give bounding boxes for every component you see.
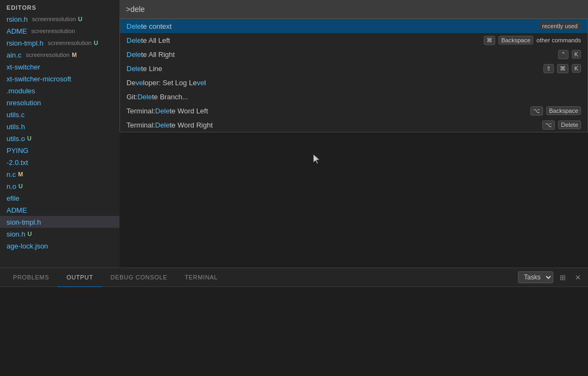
sidebar-item-9[interactable]: utils.h [0, 120, 119, 132]
panel-tab-problems[interactable]: PROBLEMS [4, 268, 58, 287]
sidebar-item-secondary-0: screenresolution [32, 16, 76, 22]
cmd-text-4: De [127, 79, 136, 87]
panel-filter-button[interactable]: ⊞ [557, 271, 568, 283]
cmd-suffix-6: te Word Left [170, 107, 208, 115]
kbd-3-0: ⇧ [543, 64, 554, 73]
command-item-7[interactable]: Terminal: Delete Word Right⌥Delete [120, 118, 587, 132]
command-item-left-4: Developer: Set Log Level [127, 79, 206, 87]
kbd-2-0: ⌃ [558, 50, 568, 59]
sidebar-item-3[interactable]: ain.c screenresolution M [0, 49, 119, 61]
sidebar-item-badge-18: U [28, 231, 32, 237]
sidebar-item-18[interactable]: sion.h U [0, 228, 119, 240]
recently-used-badge-0: recently used [539, 22, 581, 30]
sidebar-item-4[interactable]: xt-switcher [0, 61, 119, 73]
cmd-highlight-4: ve [136, 79, 143, 87]
kbd-3-1: ⌘ [557, 64, 568, 73]
sidebar-item-name-16: ADME [7, 206, 27, 214]
sidebar-item-name-2: rsion-tmpl.h [7, 39, 43, 47]
command-list: Delete contextrecently usedDelete All Le… [119, 19, 588, 132]
tasks-select[interactable]: Tasks [518, 271, 553, 283]
cmd-suffix-0: te context [141, 22, 172, 30]
sidebar-item-name-19: age-lock.json [7, 242, 48, 250]
sidebar-item-12[interactable]: -2.0.txt [0, 156, 119, 168]
sidebar-item-5[interactable]: xt-switcher-microsoft [0, 73, 119, 85]
sidebar-item-name-3: ain.c [7, 51, 21, 59]
command-item-right-6: ⌥Backspace [530, 106, 581, 116]
command-item-left-0: Delete context [127, 22, 172, 30]
cursor [312, 153, 321, 167]
cmd-highlight-3: Dele [127, 65, 141, 73]
sidebar-item-16[interactable]: ADME [0, 204, 119, 216]
panel-tabs: PROBLEMSOUTPUTDEBUG CONSOLETERMINAL Task… [0, 268, 588, 287]
kbd-1-1: Backspace [498, 36, 533, 44]
command-item-right-3: ⇧⌘K [543, 64, 581, 73]
sidebar-item-0[interactable]: rsion.h screenresolution U [0, 13, 119, 25]
command-item-left-7: Terminal: Delete Word Right [127, 121, 213, 129]
panel-close-button[interactable]: ✕ [572, 271, 584, 283]
sidebar-item-name-18: sion.h [7, 230, 26, 238]
sidebar-item-8[interactable]: utils.c [0, 109, 119, 120]
kbd-3-2: K [572, 64, 581, 73]
sidebar-item-secondary-3: screenresolution [26, 52, 69, 58]
sidebar-item-secondary-2: screenresolution [48, 40, 92, 46]
sidebar-item-name-13: n.c [7, 170, 16, 179]
panel-tabs-right: Tasks ⊞ ✕ [518, 271, 584, 283]
cmd-suffix-1: te All Left [141, 36, 170, 44]
sidebar-item-14[interactable]: n.o U [0, 180, 119, 192]
sidebar-item-1[interactable]: ADME screenresolution [0, 25, 119, 37]
sidebar-item-badge-0: U [78, 16, 83, 22]
command-item-3[interactable]: Delete Line⇧⌘K [120, 61, 587, 75]
sidebar-item-17[interactable]: sion-tmpl.h [0, 216, 119, 228]
panel-filter-icon: ⊞ [560, 273, 566, 282]
kbd-7-0: ⌥ [542, 120, 555, 130]
kbd-6-1: Backspace [546, 106, 581, 115]
sidebar-item-10[interactable]: utils.o U [0, 132, 119, 144]
command-item-4[interactable]: Developer: Set Log Level [120, 75, 587, 90]
sidebar-item-badge-13: M [18, 171, 23, 177]
sidebar-item-13[interactable]: n.c M [0, 168, 119, 180]
bottom-panel: PROBLEMSOUTPUTDEBUG CONSOLETERMINAL Task… [0, 267, 588, 376]
sidebar-item-name-5: xt-switcher-microsoft [7, 75, 71, 83]
command-item-right-1: ⌘Backspaceother commands [484, 36, 581, 45]
cmd-highlight-5: Dele [137, 93, 152, 101]
command-item-6[interactable]: Terminal: Delete Word Left⌥Backspace [120, 104, 587, 118]
sidebar-item-secondary-1: screenresolution [31, 28, 75, 34]
command-item-2[interactable]: Delete All Right⌃K [120, 47, 587, 61]
cmd-highlight-0: Dele [127, 22, 141, 30]
command-item-right-0: recently used [539, 22, 581, 30]
command-item-0[interactable]: Delete contextrecently used [120, 19, 587, 33]
command-item-5[interactable]: Git: Delete Branch... [120, 90, 587, 104]
cmd-highlight-2: Dele [127, 50, 141, 59]
kbd-7-1: Delete [558, 120, 581, 129]
command-item-left-3: Delete Line [127, 65, 162, 73]
sidebar-item-name-12: -2.0.txt [7, 158, 28, 167]
command-item-right-7: ⌥Delete [542, 120, 581, 130]
sidebar-item-15[interactable]: efile [0, 192, 119, 204]
command-item-left-2: Delete All Right [127, 50, 175, 59]
sidebar-item-name-14: n.o [7, 182, 16, 190]
sidebar-item-7[interactable]: nresolution [0, 97, 119, 109]
panel-tab-terminal[interactable]: TERMINAL [176, 268, 226, 287]
sidebar-item-19[interactable]: age-lock.json [0, 240, 119, 252]
cmd-suffix-3: te Line [141, 65, 162, 73]
panel-tabs-left: PROBLEMSOUTPUTDEBUG CONSOLETERMINAL [4, 268, 226, 287]
panel-tab-output[interactable]: OUTPUT [58, 268, 102, 287]
sidebar-item-badge-2: U [94, 40, 98, 46]
cmd-suffix-7: te Word Right [170, 121, 213, 129]
kbd-6-0: ⌥ [530, 106, 543, 116]
sidebar-item-11[interactable]: PYING [0, 144, 119, 156]
sidebar-item-name-10: utils.o [7, 135, 25, 143]
sidebar-item-name-11: PYING [7, 146, 28, 155]
command-input[interactable] [126, 5, 581, 14]
sidebar-item-6[interactable]: .modules [0, 85, 119, 97]
sidebar-item-name-15: efile [7, 194, 20, 202]
cmd-suffix-2: te All Right [141, 50, 175, 59]
sidebar-item-2[interactable]: rsion-tmpl.h screenresolution U [0, 37, 119, 49]
panel-tab-debug-console[interactable]: DEBUG CONSOLE [102, 268, 176, 287]
sidebar-item-name-9: utils.h [7, 123, 25, 131]
sidebar-header: EDITORS [0, 0, 119, 13]
editor-area: ⋮ Delete contextrecently usedDelete All … [119, 0, 588, 267]
sidebar-item-name-17: sion-tmpl.h [7, 218, 41, 226]
command-item-1[interactable]: Delete All Left⌘Backspaceother commands [120, 33, 587, 47]
sidebar-item-badge-3: M [72, 52, 77, 58]
